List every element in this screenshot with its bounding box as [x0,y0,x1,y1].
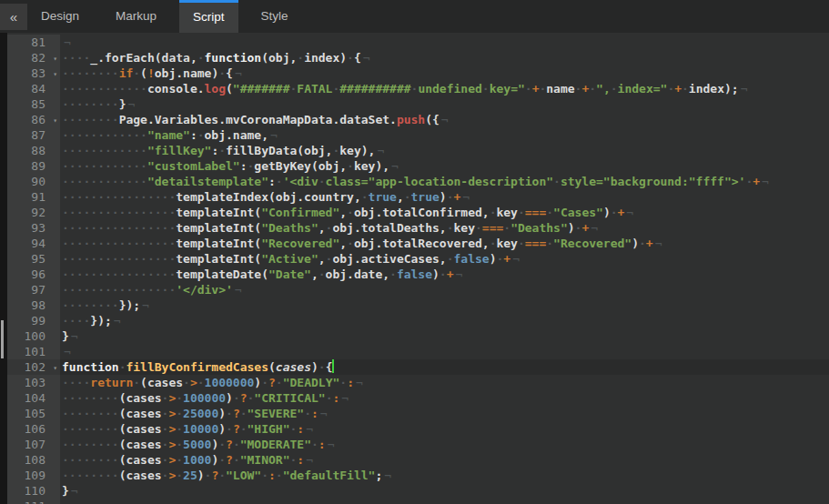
gutter-line-number[interactable]: 88 [7,143,60,158]
code-line-85[interactable]: 85········}¬ [7,96,829,112]
code-line-87[interactable]: 87············"name":·obj.name,¬ [7,127,829,143]
code-line-content[interactable]: ················templateDate("Date",·obj… [60,267,829,282]
script-code-editor[interactable]: 81¬82▾····_.forEach(data,·function(obj,·… [0,33,829,504]
gutter-line-number[interactable]: 92 [7,205,60,220]
code-line-content[interactable]: ········(cases·>·1000)·?·"MINOR"·:¬ [60,452,829,468]
gutter-line-number[interactable]: 81 [7,35,60,50]
gutter-line-number[interactable]: 93 [7,220,60,236]
fold-toggle-icon[interactable]: ▾ [53,66,57,82]
code-line-content[interactable]: function·fillByConfirmedCases(cases)·{ [60,359,829,375]
code-line-content[interactable]: ········(cases·>·25)·?·"LOW"·:·"defaultF… [60,468,829,483]
code-line-92[interactable]: 92················templateInt("Confirmed… [7,205,829,220]
code-line-content[interactable]: ············"detailstemplate":·'<div·cla… [60,174,829,189]
gutter-line-number[interactable]: 98 [7,297,60,313]
code-line-97[interactable]: 97················'</div>'¬ [7,282,829,297]
code-line-103[interactable]: 103····return·(cases·>·1000000)·?·"DEADL… [7,375,829,390]
code-line-content[interactable]: ············"name":·obj.name,¬ [60,127,829,143]
code-line-88[interactable]: 88············"fillKey":·fillByData(obj,… [7,143,829,158]
fold-toggle-icon[interactable]: ▾ [53,51,57,66]
code-line-83[interactable]: 83▾········if·(!obj.name)·{¬ [7,66,829,81]
code-line-content[interactable]: ····_.forEach(data,·function(obj,·index)… [60,50,829,66]
code-line-81[interactable]: 81¬ [7,35,829,50]
code-line-content[interactable]: ········(cases·>·100000)·?·"CRITICAL"·:¬ [60,390,829,406]
tab-markup[interactable]: Markup [102,0,170,33]
code-line-98[interactable]: 98········});¬ [7,297,829,313]
gutter-line-number[interactable]: 90 [7,174,60,189]
code-line-109[interactable]: 109········(cases·>·25)·?·"LOW"·:·"defau… [7,468,829,483]
code-line-content[interactable]: ················templateInt("Active",·ob… [60,251,829,267]
gutter-line-number[interactable]: 105 [7,406,60,421]
gutter-line-number[interactable]: 104 [7,390,60,406]
code-line-content[interactable]: ················templateInt("Deaths",·ob… [60,220,829,236]
code-line-86[interactable]: 86▾········Page.Variables.mvCoronaMapDat… [7,112,829,127]
gutter-line-number[interactable]: 95 [7,251,60,267]
code-line-111[interactable]: 111 [7,499,829,504]
code-line-content[interactable]: ········Page.Variables.mvCoronaMapData.d… [60,112,829,127]
gutter-line-number[interactable]: 102▾ [7,359,60,375]
tab-style[interactable]: Style [248,0,302,33]
code-line-content[interactable]: ········});¬ [60,297,829,313]
code-line-89[interactable]: 89············"customLabel":·getByKey(ob… [7,158,829,174]
code-line-content[interactable]: ········if·(!obj.name)·{¬ [60,66,829,81]
code-line-content[interactable]: ················templateInt("Recovered",… [60,236,829,251]
fold-toggle-icon[interactable]: ▾ [53,360,57,376]
gutter-line-number[interactable]: 86▾ [7,112,60,127]
collapse-panel-button[interactable]: « [0,4,27,30]
code-line-content[interactable]: }¬ [60,328,829,344]
code-line-content[interactable]: ················templateIndex(obj.countr… [60,189,829,205]
code-line-content[interactable]: ········(cases·>·5000)·?·"MODERATE"·:¬ [60,437,829,452]
code-line-101[interactable]: 101¬ [7,344,829,359]
code-line-content[interactable]: ¬ [60,344,829,359]
code-line-content[interactable]: ········(cases·>·10000)·?·"HIGH"·:¬ [60,421,829,437]
code-line-107[interactable]: 107········(cases·>·5000)·?·"MODERATE"·:… [7,437,829,452]
gutter-line-number[interactable]: 84 [7,81,60,96]
code-line-91[interactable]: 91················templateIndex(obj.coun… [7,189,829,205]
gutter-line-number[interactable]: 94 [7,236,60,251]
tab-design[interactable]: Design [27,0,93,33]
code-line-108[interactable]: 108········(cases·>·1000)·?·"MINOR"·:¬ [7,452,829,468]
fold-toggle-icon[interactable]: ▾ [53,113,57,128]
code-line-102[interactable]: 102▾function·fillByConfirmedCases(cases)… [7,359,829,375]
code-line-content[interactable] [60,499,829,504]
gutter-line-number[interactable]: 109 [7,468,60,483]
gutter-line-number[interactable]: 101 [7,344,60,359]
code-line-93[interactable]: 93················templateInt("Deaths",·… [7,220,829,236]
gutter-line-number[interactable]: 83▾ [7,66,60,81]
gutter-line-number[interactable]: 110 [7,483,60,499]
gutter-line-number[interactable]: 100 [7,328,60,344]
gutter-line-number[interactable]: 82▾ [7,50,60,66]
code-line-content[interactable]: ········}¬ [60,96,829,112]
gutter-line-number[interactable]: 89 [7,158,60,174]
code-line-content[interactable]: ············console.log("#######·FATAL·#… [60,81,829,96]
code-line-content[interactable]: ····return·(cases·>·1000000)·?·"DEADLY"·… [60,375,829,390]
code-line-96[interactable]: 96················templateDate("Date",·o… [7,267,829,282]
gutter-line-number[interactable]: 97 [7,282,60,297]
gutter-line-number[interactable]: 91 [7,189,60,205]
left-scrollbar-thumb[interactable] [1,320,4,358]
gutter-line-number[interactable]: 108 [7,452,60,468]
code-line-95[interactable]: 95················templateInt("Active",·… [7,251,829,267]
gutter-line-number[interactable]: 85 [7,96,60,112]
gutter-line-number[interactable]: 99 [7,313,60,328]
gutter-line-number[interactable]: 107 [7,437,60,452]
gutter-line-number[interactable]: 111 [7,499,60,504]
code-line-content[interactable]: ¬ [60,35,829,50]
gutter-line-number[interactable]: 106 [7,421,60,437]
code-line-content[interactable]: ············"customLabel":·getByKey(obj,… [60,158,829,174]
code-line-99[interactable]: 99····});¬ [7,313,829,328]
gutter-line-number[interactable]: 87 [7,127,60,143]
code-line-content[interactable]: ········(cases·>·25000)·?·"SEVERE"·:¬ [60,406,829,421]
code-line-110[interactable]: 110}¬ [7,483,829,499]
code-line-82[interactable]: 82▾····_.forEach(data,·function(obj,·ind… [7,50,829,66]
code-line-104[interactable]: 104········(cases·>·100000)·?·"CRITICAL"… [7,390,829,406]
code-line-content[interactable]: ····});¬ [60,313,829,328]
gutter-line-number[interactable]: 103 [7,375,60,390]
code-line-content[interactable]: ················'</div>'¬ [60,282,829,297]
code-line-105[interactable]: 105········(cases·>·25000)·?·"SEVERE"·:¬ [7,406,829,421]
code-line-100[interactable]: 100}¬ [7,328,829,344]
code-line-106[interactable]: 106········(cases·>·10000)·?·"HIGH"·:¬ [7,421,829,437]
tab-script[interactable]: Script [179,0,238,33]
code-line-content[interactable]: }¬ [60,483,829,499]
gutter-line-number[interactable]: 96 [7,267,60,282]
code-line-content[interactable]: ············"fillKey":·fillByData(obj,·k… [60,143,829,158]
